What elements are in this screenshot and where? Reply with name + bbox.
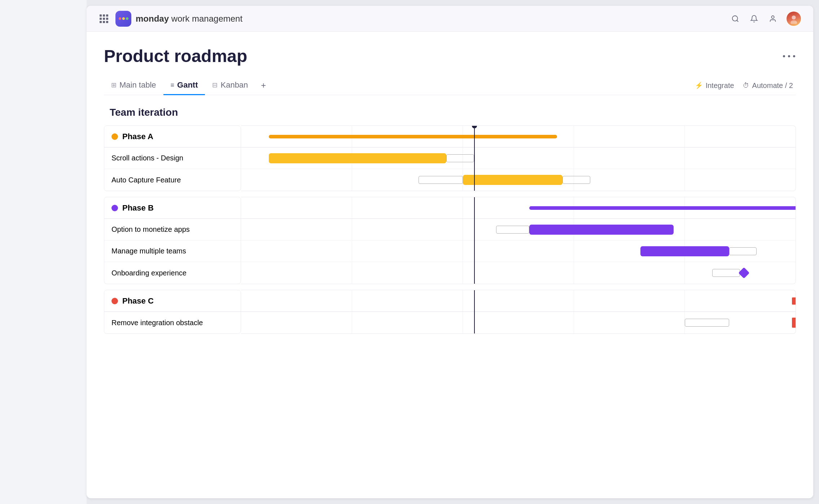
task-b1-connector [496, 226, 529, 234]
task-a2-bar-area [241, 169, 796, 191]
phase-b-header: Phase B [104, 197, 241, 219]
person-icon[interactable] [767, 13, 779, 25]
notification-icon[interactable] [748, 13, 760, 25]
sections-wrapper: Phase A Scroll actions - Design Auto Cap… [104, 125, 796, 334]
phase-b-left: Phase B Option to monetize apps Manage m… [104, 197, 241, 284]
tab-main-table-label: Main table [119, 80, 156, 90]
tab-kanban-label: Kanban [220, 80, 248, 90]
phase-b-bar[interactable] [529, 206, 796, 210]
automate-label: Automate / 2 [752, 81, 793, 90]
phase-c-dot [111, 298, 118, 304]
gantt-icon: ≡ [171, 81, 175, 89]
task-b1-bar-area [241, 219, 796, 240]
phase-c-bar-area [241, 290, 796, 312]
phase-a-left: Phase A Scroll actions - Design Auto Cap… [104, 125, 241, 191]
phase-c-indicator [792, 297, 796, 305]
top-nav: monday work management [87, 6, 813, 32]
task-a1-bar-area [241, 147, 796, 169]
task-b2-row: Manage multiple teams [104, 240, 241, 262]
svg-point-0 [732, 16, 738, 21]
integrate-label: Integrate [706, 81, 734, 90]
table-icon: ⊞ [111, 81, 117, 89]
task-b1-row: Option to monetize apps [104, 219, 241, 240]
task-b3-diamond [739, 267, 750, 278]
task-b2-bar[interactable] [640, 246, 729, 256]
task-c1-row: Remove integration obstacle [104, 312, 241, 333]
task-b2-label: Manage multiple teams [111, 247, 186, 255]
today-line-c [474, 290, 475, 333]
nav-right [730, 11, 802, 27]
phase-a-section: Phase A Scroll actions - Design Auto Cap… [104, 125, 796, 191]
task-c1-bar-area [241, 312, 796, 333]
app-logo[interactable] [115, 11, 131, 27]
phase-b-section: Phase B Option to monetize apps Manage m… [104, 197, 796, 284]
phase-b-label: Phase B [122, 203, 154, 213]
user-avatar[interactable] [786, 11, 802, 27]
page-title: Product roadmap [104, 46, 247, 66]
tab-gantt-label: Gantt [177, 80, 198, 90]
automate-button[interactable]: ⏱ Automate / 2 [743, 81, 793, 90]
group-title: Team iteration [104, 107, 796, 118]
more-options-button[interactable] [782, 55, 796, 57]
phase-a-dot [111, 133, 118, 140]
task-a1-row: Scroll actions - Design [104, 147, 241, 169]
svg-line-1 [737, 20, 738, 22]
task-c1-connector [685, 319, 729, 327]
phase-a-bar[interactable] [269, 135, 557, 138]
task-a2-bar[interactable] [463, 175, 563, 185]
integrate-icon: ⚡ [695, 81, 703, 89]
task-a2-label: Auto Capture Feature [111, 176, 181, 184]
task-b3-connector [712, 269, 740, 277]
phase-c-left: Phase C Remove integration obstacle [104, 290, 241, 334]
phase-b-bar-area [241, 197, 796, 219]
app-container: monday work management [0, 0, 819, 504]
integrate-button[interactable]: ⚡ Integrate [695, 81, 734, 90]
task-b2-connector [729, 247, 757, 255]
phase-a-header: Phase A [104, 126, 241, 147]
grid-menu-icon[interactable] [98, 13, 110, 25]
page-header: Product roadmap [104, 46, 796, 66]
today-line-b [474, 197, 475, 284]
svg-point-4 [790, 20, 797, 24]
task-b3-label: Onboarding experience [111, 269, 187, 277]
phase-a-right [241, 125, 796, 191]
task-c1-label: Remove integration obstacle [111, 319, 203, 327]
grid-dots [100, 14, 108, 23]
svg-point-2 [771, 16, 774, 18]
add-tab-button[interactable]: + [255, 76, 272, 95]
svg-point-3 [792, 15, 796, 19]
phase-c-right [241, 290, 796, 334]
kanban-icon: ⊟ [212, 81, 218, 89]
tab-kanban[interactable]: ⊟ Kanban [205, 76, 255, 95]
phase-b-dot [111, 205, 118, 211]
tab-gantt[interactable]: ≡ Gantt [163, 76, 205, 95]
task-c1-indicator [792, 318, 796, 328]
task-b3-row: Onboarding experience [104, 262, 241, 284]
task-b1-label: Option to monetize apps [111, 225, 190, 234]
app-name: monday work management [136, 14, 242, 24]
phase-c-label: Phase C [122, 296, 154, 306]
tab-main-table[interactable]: ⊞ Main table [104, 76, 163, 95]
task-b2-bar-area [241, 240, 796, 262]
phase-c-section: Phase C Remove integration obstacle [104, 290, 796, 334]
task-a1-label: Scroll actions - Design [111, 154, 183, 162]
task-b1-bar[interactable] [529, 225, 674, 235]
main-area: monday work management [87, 6, 813, 498]
gantt-container[interactable]: Team iteration Phase A Scroll actions - … [104, 95, 796, 498]
phase-c-header: Phase C [104, 290, 241, 312]
phase-a-label: Phase A [122, 132, 153, 141]
search-icon[interactable] [730, 13, 741, 25]
task-a2-connector-left [419, 176, 463, 184]
automate-icon: ⏱ [743, 82, 749, 89]
sidebar-left [0, 0, 87, 504]
today-line-a [474, 126, 475, 191]
phase-b-right [241, 197, 796, 284]
tabs-right-actions: ⚡ Integrate ⏱ Automate / 2 [695, 81, 796, 90]
phase-a-bar-area [241, 126, 796, 147]
task-b3-bar-area [241, 262, 796, 284]
task-a2-row: Auto Capture Feature [104, 169, 241, 191]
task-a1-bar[interactable] [269, 153, 446, 163]
task-a2-connector-right [562, 176, 590, 184]
task-a1-connector [446, 154, 474, 162]
page-content: Product roadmap ⊞ Main table ≡ Gantt [87, 32, 813, 498]
